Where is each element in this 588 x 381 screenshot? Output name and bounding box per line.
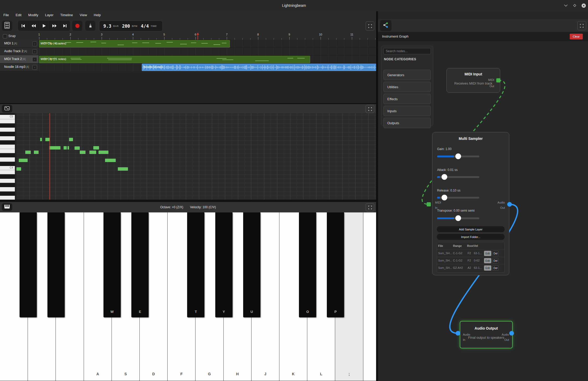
menu-layer[interactable]: Layer [42, 11, 57, 19]
midi-note[interactable] [45, 138, 50, 141]
black-key[interactable] [20, 212, 37, 317]
menu-edit[interactable]: Edit [12, 11, 25, 19]
menu-view[interactable]: View [76, 11, 90, 19]
category-generators[interactable]: Generators [383, 70, 431, 80]
audio-output-in-port[interactable] [456, 331, 460, 336]
piano-roll-black-key[interactable] [0, 175, 15, 179]
track-mute-box[interactable]: - [32, 65, 37, 70]
menu-help[interactable]: Help [90, 11, 104, 19]
slider-thumb[interactable] [455, 153, 461, 159]
piano-roll-black-key[interactable] [0, 192, 15, 196]
black-key-T[interactable]: T [187, 212, 204, 317]
skip-start-button[interactable] [18, 21, 28, 31]
category-outputs[interactable]: Outputs [383, 118, 431, 128]
metronome-button[interactable] [85, 21, 95, 31]
param-slider[interactable] [437, 156, 479, 157]
piano-roll-black-key[interactable] [0, 153, 15, 157]
black-key[interactable] [47, 212, 65, 317]
track-row-midi-1[interactable]: MIDI 1[A]- [0, 40, 39, 48]
black-key-U[interactable]: U [243, 212, 260, 317]
midi-note[interactable] [49, 146, 60, 150]
midi-note[interactable] [105, 159, 116, 162]
piano-roll[interactable]: C5C4 [0, 113, 376, 200]
midi-note[interactable] [40, 138, 42, 141]
slider-thumb[interactable] [455, 215, 461, 221]
category-inputs[interactable]: Inputs [383, 106, 431, 116]
film-button[interactable] [2, 21, 12, 31]
piano-roll-fullscreen-button[interactable] [366, 105, 374, 113]
menu-file[interactable]: File [0, 11, 12, 19]
black-key-E[interactable]: E [131, 212, 149, 317]
white-key[interactable] [363, 212, 376, 381]
arranger-empty-area[interactable] [0, 71, 376, 103]
keyboard-fullscreen-button[interactable] [366, 203, 374, 211]
piano-roll-white-key[interactable]: C4 [0, 166, 15, 170]
midi-note[interactable] [93, 146, 99, 150]
timeline-fullscreen-button[interactable] [366, 21, 374, 31]
midi-note[interactable] [64, 146, 67, 150]
midi-note[interactable] [99, 151, 108, 154]
midi-note[interactable] [75, 146, 80, 150]
piano-roll-grid[interactable] [16, 113, 376, 200]
track-row-audio-track-2[interactable]: Audio Track 2[A]- [0, 47, 39, 56]
category-effects[interactable]: Effects [383, 94, 431, 104]
snap-checkbox[interactable] [3, 34, 7, 38]
piano-roll-white-key[interactable]: C5 [0, 115, 15, 119]
sampler-audio-out-port[interactable] [507, 202, 512, 207]
edit-sample-button[interactable]: Edit [484, 258, 491, 263]
piano-roll-white-key[interactable] [0, 170, 15, 174]
maximize-icon[interactable] [571, 2, 578, 9]
node-audio-output[interactable]: Audio Output Audio In Final output to sp… [460, 321, 513, 348]
midi-note[interactable] [89, 151, 96, 154]
midi-note[interactable] [16, 167, 21, 171]
piano-roll-white-key[interactable] [0, 119, 15, 123]
track-row-midi-track-2[interactable]: MIDI Track 2[A]- [0, 55, 39, 63]
black-key-O[interactable]: O [299, 212, 316, 317]
piano-roll-white-key[interactable] [0, 149, 15, 153]
track-row-noodle-18-mp3[interactable]: Noodle 18.mp3[A]- [0, 63, 39, 71]
param-slider[interactable] [437, 197, 479, 199]
piano-roll-white-key[interactable] [0, 157, 15, 162]
menu-modify[interactable]: Modify [25, 11, 41, 19]
black-key-P[interactable]: P [327, 212, 344, 317]
node-midi-input[interactable]: MIDI Input MIDI Receives MIDI from track… [446, 68, 500, 93]
import-folder-button[interactable]: Import Folder... [437, 234, 505, 240]
piano-roll-black-key[interactable] [0, 183, 15, 187]
slider-thumb[interactable] [442, 174, 447, 180]
edit-sample-button[interactable]: Edit [484, 265, 491, 271]
audio-output-out-port[interactable] [509, 331, 514, 336]
search-input[interactable] [383, 48, 431, 54]
clip-audio[interactable]: Noodle 18.mp3 [142, 64, 376, 71]
skip-end-button[interactable] [60, 21, 70, 31]
add-sample-layer-button[interactable]: Add Sample Layer [437, 226, 505, 232]
midi-note[interactable] [25, 151, 31, 154]
black-key-W[interactable]: W [103, 212, 121, 317]
piano-roll-black-key[interactable] [0, 123, 15, 128]
node-multi-sampler[interactable]: Multi Sampler Gain: 1.00Attack: 0.01 ssR… [432, 132, 509, 275]
graph-fullscreen-button[interactable] [577, 21, 586, 30]
midi-note[interactable] [118, 167, 128, 171]
piano-roll-white-key[interactable] [0, 187, 15, 191]
track-mute-box[interactable]: - [32, 41, 37, 46]
param-slider[interactable] [437, 217, 479, 219]
delete-sample-button[interactable]: Del [492, 258, 499, 263]
edit-sample-button[interactable]: Edit [484, 251, 491, 256]
delete-sample-button[interactable]: Del [492, 251, 499, 256]
minimize-icon[interactable] [562, 2, 569, 9]
piano-roll-white-key[interactable] [0, 196, 15, 200]
piano-roll-white-key[interactable] [0, 128, 15, 132]
record-button[interactable] [72, 21, 82, 31]
clip-midi[interactable]: MIDI Clip (21 notes) [39, 56, 310, 63]
black-key-Y[interactable]: Y [215, 212, 232, 317]
midi-note[interactable] [34, 151, 39, 154]
graph-canvas[interactable]: NODE CATEGORIES GeneratorsUtilitiesEffec… [378, 41, 588, 381]
piano-roll-mode-button[interactable] [2, 105, 12, 112]
piano-roll-white-key[interactable] [0, 179, 15, 183]
graph-view-button[interactable] [380, 20, 391, 31]
piano-roll-white-key[interactable] [0, 145, 15, 149]
menu-timeline[interactable]: Timeline [57, 11, 76, 19]
category-utilities[interactable]: Utilities [383, 82, 431, 92]
midi-note[interactable] [68, 146, 69, 150]
timeline-ruler[interactable]: Snap 1234567891011 [0, 32, 376, 40]
param-slider[interactable] [437, 176, 479, 178]
